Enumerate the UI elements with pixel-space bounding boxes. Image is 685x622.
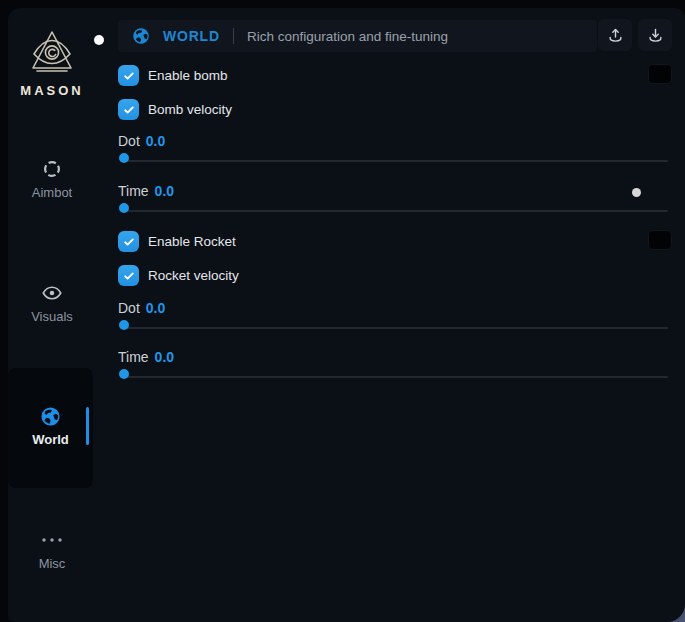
screen: MASON Aimbot Visuals (0, 0, 685, 622)
slider-name: Time (118, 183, 149, 199)
bomb-color-swatch[interactable] (648, 64, 672, 84)
slider-track[interactable] (120, 160, 668, 162)
toggle-label: Enable bomb (148, 68, 228, 83)
ellipsis-icon (39, 529, 65, 551)
sidebar-item-label: Misc (8, 556, 96, 571)
slider-value: 0.0 (146, 300, 165, 316)
checkbox-checked[interactable] (118, 65, 139, 86)
checkbox-checked[interactable] (118, 99, 139, 120)
sidebar-item-label: Visuals (8, 309, 96, 324)
brand-name: MASON (8, 83, 96, 98)
eye-icon (41, 282, 63, 304)
toggle-enable-rocket: Enable Rocket (118, 231, 236, 252)
slider-value: 0.0 (155, 183, 174, 199)
sidebar-item-world[interactable]: World (8, 368, 93, 488)
rocket-color-swatch[interactable] (648, 230, 672, 250)
slider-label-dot: Dot0.0 (118, 300, 165, 317)
toggle-bomb-velocity: Bomb velocity (118, 99, 232, 120)
check-icon (122, 103, 136, 117)
brand-logo: MASON (8, 28, 96, 98)
toggle-label: Rocket velocity (148, 268, 239, 283)
slider-value: 0.0 (146, 133, 165, 149)
upload-icon (606, 26, 625, 45)
upload-config-button[interactable] (598, 19, 632, 51)
cursor-dot (94, 35, 104, 45)
slider-knob[interactable] (119, 203, 129, 213)
slider-name: Dot (118, 300, 140, 316)
globe-icon (132, 27, 150, 45)
toggle-label: Bomb velocity (148, 102, 232, 117)
check-icon (122, 269, 136, 283)
sidebar-item-misc[interactable]: Misc (8, 529, 96, 571)
slider-knob[interactable] (119, 153, 129, 163)
slider-label-time: Time0.0 (118, 183, 174, 200)
toggle-enable-bomb: Enable bomb (118, 65, 228, 86)
slider-track[interactable] (120, 376, 668, 378)
slider-knob[interactable] (119, 369, 129, 379)
slider-name: Dot (118, 133, 140, 149)
slider-value: 0.0 (155, 349, 174, 365)
globe-icon (40, 406, 61, 427)
slider-knob[interactable] (119, 320, 129, 330)
check-icon (122, 69, 136, 83)
page-subtitle: Rich configuration and fine-tuning (247, 29, 448, 44)
sidebar-item-visuals[interactable]: Visuals (8, 282, 96, 324)
sidebar: MASON Aimbot Visuals (8, 8, 118, 622)
slider-label-time: Time0.0 (118, 349, 174, 366)
slider-track[interactable] (120, 327, 668, 329)
checkbox-checked[interactable] (118, 231, 139, 252)
toggle-label: Enable Rocket (148, 234, 236, 249)
checkbox-checked[interactable] (118, 265, 139, 286)
sidebar-item-aimbot[interactable]: Aimbot (8, 158, 96, 200)
mason-eye-triangle-logo-icon (26, 28, 78, 76)
download-config-button[interactable] (638, 19, 672, 51)
sidebar-item-label: Aimbot (8, 185, 96, 200)
check-icon (122, 235, 136, 249)
page-header: WORLD Rich configuration and fine-tuning (118, 20, 597, 52)
active-tab-indicator (86, 407, 89, 445)
header-divider (233, 28, 234, 44)
crosshair-icon (41, 158, 63, 180)
slider-track[interactable] (120, 210, 668, 212)
app-window: MASON Aimbot Visuals (8, 8, 685, 622)
page-title: WORLD (163, 28, 220, 44)
cursor-dot (632, 188, 641, 197)
slider-label-dot: Dot0.0 (118, 133, 165, 150)
sidebar-item-label: World (8, 432, 93, 447)
slider-name: Time (118, 349, 149, 365)
main-content: WORLD Rich configuration and fine-tuning (118, 8, 685, 622)
download-icon (646, 26, 665, 45)
toggle-rocket-velocity: Rocket velocity (118, 265, 239, 286)
